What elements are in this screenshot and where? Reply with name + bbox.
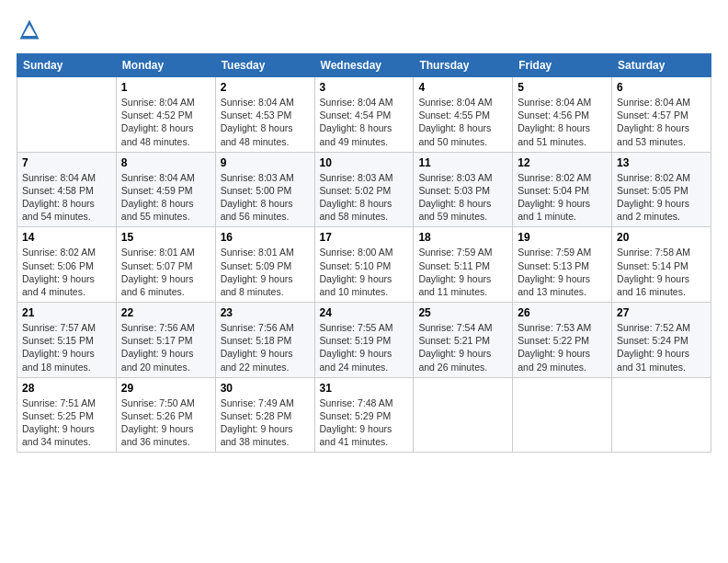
calendar-cell: 26Sunrise: 7:53 AM Sunset: 5:22 PM Dayli… xyxy=(513,303,612,378)
weekday-header-monday: Monday xyxy=(116,54,215,77)
day-info: Sunrise: 8:03 AM Sunset: 5:02 PM Dayligh… xyxy=(320,171,409,224)
day-number: 20 xyxy=(617,231,706,244)
day-info: Sunrise: 8:04 AM Sunset: 4:57 PM Dayligh… xyxy=(617,96,706,148)
logo xyxy=(17,17,46,42)
calendar-cell: 16Sunrise: 8:01 AM Sunset: 5:09 PM Dayli… xyxy=(215,227,314,303)
calendar-cell: 28Sunrise: 7:51 AM Sunset: 5:25 PM Dayli… xyxy=(17,377,117,453)
day-number: 18 xyxy=(418,231,507,244)
calendar-cell: 27Sunrise: 7:52 AM Sunset: 5:24 PM Dayli… xyxy=(612,303,711,378)
day-info: Sunrise: 8:00 AM Sunset: 5:10 PM Dayligh… xyxy=(320,246,409,298)
week-row-5: 28Sunrise: 7:51 AM Sunset: 5:25 PM Dayli… xyxy=(17,377,711,453)
day-number: 27 xyxy=(617,306,706,319)
day-info: Sunrise: 7:54 AM Sunset: 5:21 PM Dayligh… xyxy=(418,321,507,373)
day-number: 5 xyxy=(518,81,607,94)
day-info: Sunrise: 8:01 AM Sunset: 5:09 PM Dayligh… xyxy=(221,246,310,298)
day-info: Sunrise: 7:59 AM Sunset: 5:13 PM Dayligh… xyxy=(518,246,607,298)
calendar-cell: 8Sunrise: 8:04 AM Sunset: 4:59 PM Daylig… xyxy=(116,152,215,227)
day-info: Sunrise: 7:49 AM Sunset: 5:28 PM Dayligh… xyxy=(221,396,310,449)
day-number: 21 xyxy=(22,306,111,319)
day-info: Sunrise: 7:50 AM Sunset: 5:26 PM Dayligh… xyxy=(121,396,210,449)
day-info: Sunrise: 7:53 AM Sunset: 5:22 PM Dayligh… xyxy=(518,321,607,373)
weekday-header-wednesday: Wednesday xyxy=(314,54,414,77)
day-number: 15 xyxy=(121,231,210,244)
calendar-cell xyxy=(612,377,711,453)
calendar-cell: 2Sunrise: 8:04 AM Sunset: 4:53 PM Daylig… xyxy=(215,77,314,153)
day-info: Sunrise: 8:01 AM Sunset: 5:07 PM Dayligh… xyxy=(121,246,210,298)
calendar-cell: 11Sunrise: 8:03 AM Sunset: 5:03 PM Dayli… xyxy=(414,152,513,227)
day-info: Sunrise: 8:02 AM Sunset: 5:05 PM Dayligh… xyxy=(617,171,706,224)
calendar-cell: 21Sunrise: 7:57 AM Sunset: 5:15 PM Dayli… xyxy=(17,303,117,378)
calendar-table: SundayMondayTuesdayWednesdayThursdayFrid… xyxy=(17,53,711,453)
calendar-cell: 14Sunrise: 8:02 AM Sunset: 5:06 PM Dayli… xyxy=(17,227,117,303)
calendar-cell: 25Sunrise: 7:54 AM Sunset: 5:21 PM Dayli… xyxy=(414,303,513,378)
day-info: Sunrise: 7:48 AM Sunset: 5:29 PM Dayligh… xyxy=(320,396,409,449)
calendar-cell xyxy=(414,377,513,453)
calendar-body: 1Sunrise: 8:04 AM Sunset: 4:52 PM Daylig… xyxy=(17,77,711,453)
calendar-cell: 31Sunrise: 7:48 AM Sunset: 5:29 PM Dayli… xyxy=(314,377,414,453)
day-info: Sunrise: 8:04 AM Sunset: 4:58 PM Dayligh… xyxy=(22,171,111,224)
calendar-cell: 23Sunrise: 7:56 AM Sunset: 5:18 PM Dayli… xyxy=(215,303,314,378)
calendar-cell: 10Sunrise: 8:03 AM Sunset: 5:02 PM Dayli… xyxy=(314,152,414,227)
logo-icon xyxy=(17,17,42,42)
day-number: 24 xyxy=(320,306,409,319)
calendar-header: SundayMondayTuesdayWednesdayThursdayFrid… xyxy=(17,54,711,77)
day-info: Sunrise: 7:55 AM Sunset: 5:19 PM Dayligh… xyxy=(320,321,409,373)
day-number: 31 xyxy=(320,382,409,395)
day-info: Sunrise: 7:56 AM Sunset: 5:17 PM Dayligh… xyxy=(121,321,210,373)
week-row-3: 14Sunrise: 8:02 AM Sunset: 5:06 PM Dayli… xyxy=(17,227,711,303)
day-number: 13 xyxy=(617,156,706,169)
day-number: 8 xyxy=(121,156,210,169)
calendar-cell xyxy=(17,77,117,153)
day-number: 10 xyxy=(320,156,409,169)
day-info: Sunrise: 8:04 AM Sunset: 4:59 PM Dayligh… xyxy=(121,171,210,224)
calendar-cell: 30Sunrise: 7:49 AM Sunset: 5:28 PM Dayli… xyxy=(215,377,314,453)
day-info: Sunrise: 7:57 AM Sunset: 5:15 PM Dayligh… xyxy=(22,321,111,373)
week-row-4: 21Sunrise: 7:57 AM Sunset: 5:15 PM Dayli… xyxy=(17,303,711,378)
week-row-1: 1Sunrise: 8:04 AM Sunset: 4:52 PM Daylig… xyxy=(17,77,711,153)
weekday-header-sunday: Sunday xyxy=(17,54,117,77)
calendar-cell: 4Sunrise: 8:04 AM Sunset: 4:55 PM Daylig… xyxy=(414,77,513,153)
day-info: Sunrise: 7:58 AM Sunset: 5:14 PM Dayligh… xyxy=(617,246,706,298)
calendar-cell: 9Sunrise: 8:03 AM Sunset: 5:00 PM Daylig… xyxy=(215,152,314,227)
weekday-header-tuesday: Tuesday xyxy=(215,54,314,77)
calendar-cell: 13Sunrise: 8:02 AM Sunset: 5:05 PM Dayli… xyxy=(612,152,711,227)
day-info: Sunrise: 8:04 AM Sunset: 4:56 PM Dayligh… xyxy=(518,96,607,148)
day-info: Sunrise: 8:04 AM Sunset: 4:54 PM Dayligh… xyxy=(320,96,409,148)
calendar-cell: 24Sunrise: 7:55 AM Sunset: 5:19 PM Dayli… xyxy=(314,303,414,378)
day-number: 23 xyxy=(221,306,310,319)
day-info: Sunrise: 7:51 AM Sunset: 5:25 PM Dayligh… xyxy=(22,396,111,449)
weekday-header-thursday: Thursday xyxy=(414,54,513,77)
calendar-cell: 12Sunrise: 8:02 AM Sunset: 5:04 PM Dayli… xyxy=(513,152,612,227)
weekday-header-saturday: Saturday xyxy=(612,54,711,77)
day-info: Sunrise: 7:56 AM Sunset: 5:18 PM Dayligh… xyxy=(221,321,310,373)
calendar-cell: 1Sunrise: 8:04 AM Sunset: 4:52 PM Daylig… xyxy=(116,77,215,153)
day-number: 4 xyxy=(418,81,507,94)
week-row-2: 7Sunrise: 8:04 AM Sunset: 4:58 PM Daylig… xyxy=(17,152,711,227)
day-number: 25 xyxy=(418,306,507,319)
calendar-cell: 18Sunrise: 7:59 AM Sunset: 5:11 PM Dayli… xyxy=(414,227,513,303)
day-number: 7 xyxy=(22,156,111,169)
day-info: Sunrise: 8:04 AM Sunset: 4:55 PM Dayligh… xyxy=(418,96,507,148)
day-number: 6 xyxy=(617,81,706,94)
weekday-header-friday: Friday xyxy=(513,54,612,77)
day-info: Sunrise: 8:02 AM Sunset: 5:06 PM Dayligh… xyxy=(22,246,111,298)
weekday-header-row: SundayMondayTuesdayWednesdayThursdayFrid… xyxy=(17,54,711,77)
day-number: 2 xyxy=(221,81,310,94)
day-number: 9 xyxy=(221,156,310,169)
calendar-cell: 17Sunrise: 8:00 AM Sunset: 5:10 PM Dayli… xyxy=(314,227,414,303)
day-number: 30 xyxy=(221,382,310,395)
day-number: 14 xyxy=(22,231,111,244)
day-number: 11 xyxy=(418,156,507,169)
calendar-cell: 6Sunrise: 8:04 AM Sunset: 4:57 PM Daylig… xyxy=(612,77,711,153)
calendar-cell: 29Sunrise: 7:50 AM Sunset: 5:26 PM Dayli… xyxy=(116,377,215,453)
day-info: Sunrise: 8:02 AM Sunset: 5:04 PM Dayligh… xyxy=(518,171,607,224)
day-info: Sunrise: 8:03 AM Sunset: 5:03 PM Dayligh… xyxy=(418,171,507,224)
day-info: Sunrise: 7:52 AM Sunset: 5:24 PM Dayligh… xyxy=(617,321,706,373)
day-info: Sunrise: 8:04 AM Sunset: 4:52 PM Dayligh… xyxy=(121,96,210,148)
day-number: 16 xyxy=(221,231,310,244)
day-number: 26 xyxy=(518,306,607,319)
calendar-cell xyxy=(513,377,612,453)
page-header xyxy=(17,17,711,42)
calendar-cell: 19Sunrise: 7:59 AM Sunset: 5:13 PM Dayli… xyxy=(513,227,612,303)
calendar-cell: 20Sunrise: 7:58 AM Sunset: 5:14 PM Dayli… xyxy=(612,227,711,303)
